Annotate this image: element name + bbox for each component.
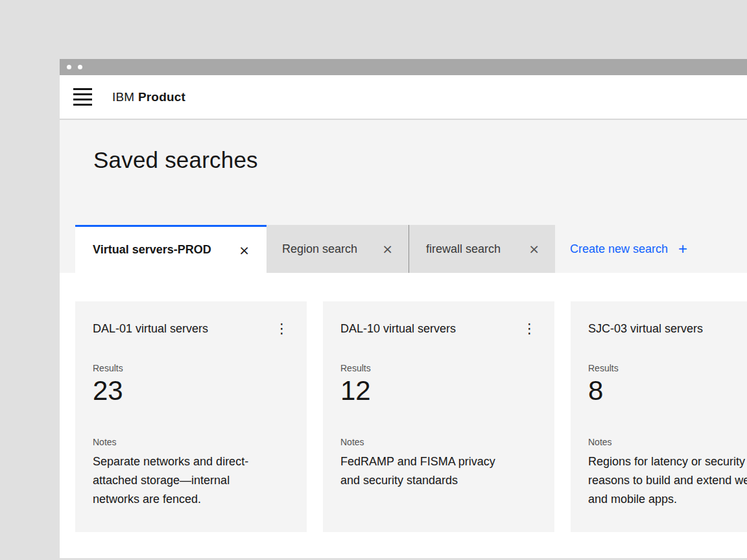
tab-bar: Virtual servers-PROD × Region search × f… [60,225,747,273]
brand-name: Product [138,90,185,104]
plus-icon: + [678,241,687,257]
close-icon[interactable]: × [382,242,393,255]
tab-firewall-search[interactable]: firewall search × [409,225,555,273]
menu-icon [73,88,92,90]
close-icon[interactable]: × [239,244,250,257]
card-title: DAL-01 virtual servers [93,322,208,336]
overflow-menu-icon[interactable]: ⋮ [520,323,539,336]
app-header: IBM Product [60,75,747,120]
notes-text: Separate networks and direct-attached st… [93,452,263,509]
create-new-search-label: Create new search [570,242,668,256]
page-header-section: Saved searches [60,120,747,225]
notes-label: Notes [93,437,291,447]
create-new-search-button[interactable]: Create new search + [570,225,687,273]
results-value: 12 [340,376,539,406]
card-title: SJC-03 virtual servers [588,322,703,336]
window-control-dot-icon [67,65,71,69]
hamburger-menu-button[interactable] [73,88,92,106]
tab-label: Virtual servers-PROD [93,243,211,257]
tab-region-search[interactable]: Region search × [267,225,409,273]
page-title: Saved searches [93,147,747,173]
browser-window: IBM Product Saved searches Virtual serve… [60,59,747,558]
window-titlebar [60,59,747,75]
close-icon[interactable]: × [528,242,540,255]
notes-label: Notes [588,437,747,447]
tab-virtual-servers-prod[interactable]: Virtual servers-PROD × [75,225,267,273]
tab-label: firewall search [426,242,501,256]
brand-prefix: IBM [112,90,134,104]
notes-label: Notes [340,437,539,447]
saved-search-card: DAL-10 virtual servers ⋮ Results 12 Note… [323,301,554,532]
results-label: Results [93,363,291,373]
window-control-dot-icon [78,65,82,69]
tab-label: Region search [282,242,357,256]
notes-text: FedRAMP and FISMA privacy and security s… [340,452,510,490]
overflow-menu-icon[interactable]: ⋮ [272,323,291,336]
results-value: 8 [588,376,747,406]
results-label: Results [340,363,539,373]
saved-search-card: SJC-03 virtual servers ⋮ Results 8 Notes… [571,301,747,532]
card-title: DAL-10 virtual servers [340,322,456,336]
results-label: Results [588,363,747,373]
results-value: 23 [93,376,291,406]
saved-searches-grid: DAL-01 virtual servers ⋮ Results 23 Note… [60,273,747,558]
notes-text: Regions for latency or security reasons … [588,452,747,509]
saved-search-card: DAL-01 virtual servers ⋮ Results 23 Note… [75,301,307,532]
brand-title: IBM Product [112,90,185,104]
